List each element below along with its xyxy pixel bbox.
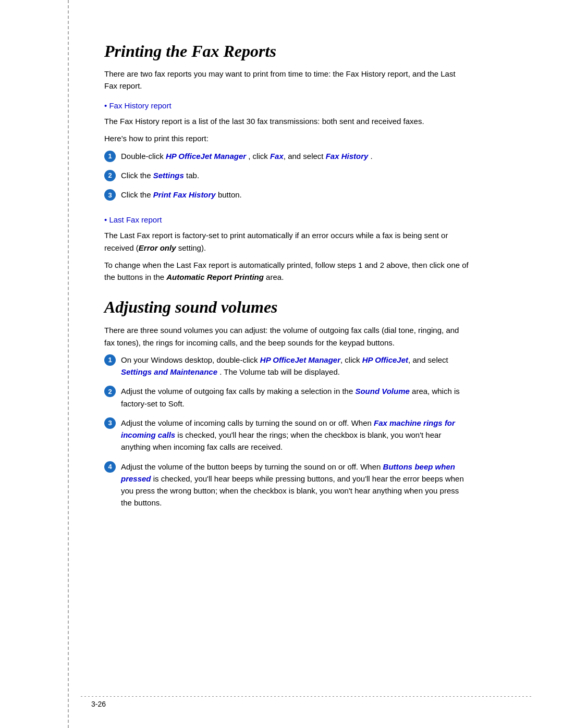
sound-step1-number: 1 — [104, 354, 116, 366]
section2-title: Adjusting sound volumes — [104, 298, 469, 317]
step1-number: 1 — [104, 151, 116, 162]
fax-history-desc1: The Fax History report is a list of the … — [104, 115, 469, 127]
fax-history-step3: 3 Click the Print Fax History button. — [104, 189, 469, 201]
left-border-decoration — [68, 0, 69, 728]
page: Printing the Fax Reports There are two f… — [0, 0, 563, 728]
settings-link[interactable]: Settings — [153, 171, 184, 180]
fax-history-step2: 2 Click the Settings tab. — [104, 169, 469, 181]
step1-text: Double-click HP OfficeJet Manager , clic… — [121, 150, 469, 162]
automatic-report-printing-text: Automatic Report Printing — [166, 273, 264, 281]
sound-step3-number: 3 — [104, 417, 116, 429]
settings-maintenance-link[interactable]: Settings and Maintenance — [121, 367, 217, 376]
fax-machine-rings-link[interactable]: Fax machine rings for incoming calls — [121, 418, 455, 439]
sound-volume-link[interactable]: Sound Volume — [355, 387, 409, 396]
sound-step3: 3 Adjust the volume of incoming calls by… — [104, 417, 469, 453]
step3-text: Click the Print Fax History button. — [121, 189, 469, 201]
buttons-beep-link[interactable]: Buttons beep when pressed — [121, 462, 455, 483]
sound-step4: 4 Adjust the volume of the button beeps … — [104, 461, 469, 509]
fax-history-link[interactable]: Fax History — [326, 152, 369, 161]
hp-officejet-link[interactable]: HP OfficeJet — [362, 355, 408, 364]
page-number: 3-26 — [91, 700, 106, 708]
sound-step2-number: 2 — [104, 386, 116, 397]
section2-intro: There are three sound volumes you can ad… — [104, 324, 469, 349]
sound-step1: 1 On your Windows desktop, double-click … — [104, 354, 469, 378]
hp-officejet-manager-link1[interactable]: HP OfficeJet Manager — [166, 152, 246, 161]
fax-history-heading: Fax History report — [104, 101, 469, 110]
fax-link[interactable]: Fax — [270, 152, 284, 161]
sound-step4-number: 4 — [104, 461, 116, 473]
print-fax-history-link[interactable]: Print Fax History — [153, 190, 216, 199]
sound-step4-text: Adjust the volume of the button beeps by… — [121, 461, 469, 509]
last-fax-heading: Last Fax report — [104, 215, 469, 224]
section1-title: Printing the Fax Reports — [104, 42, 469, 61]
step2-number: 2 — [104, 170, 116, 181]
last-fax-desc1: The Last Fax report is factory-set to pr… — [104, 229, 469, 254]
sound-step1-text: On your Windows desktop, double-click HP… — [121, 354, 469, 378]
step2-text: Click the Settings tab. — [121, 169, 469, 181]
footer-divider — [81, 696, 532, 697]
sound-step3-text: Adjust the volume of incoming calls by t… — [121, 417, 469, 453]
fax-history-step1: 1 Double-click HP OfficeJet Manager , cl… — [104, 150, 469, 162]
sound-step2-text: Adjust the volume of outgoing fax calls … — [121, 385, 469, 410]
error-only-text: Error only — [139, 243, 176, 252]
sound-step2: 2 Adjust the volume of outgoing fax call… — [104, 385, 469, 410]
step3-number: 3 — [104, 189, 116, 201]
fax-history-desc2: Here’s how to print this report: — [104, 132, 469, 144]
section1-intro: There are two fax reports you may want t… — [104, 68, 469, 92]
hp-officejet-manager-link2[interactable]: HP OfficeJet Manager — [260, 355, 340, 364]
last-fax-desc2: To change when the Last Fax report is au… — [104, 259, 469, 283]
